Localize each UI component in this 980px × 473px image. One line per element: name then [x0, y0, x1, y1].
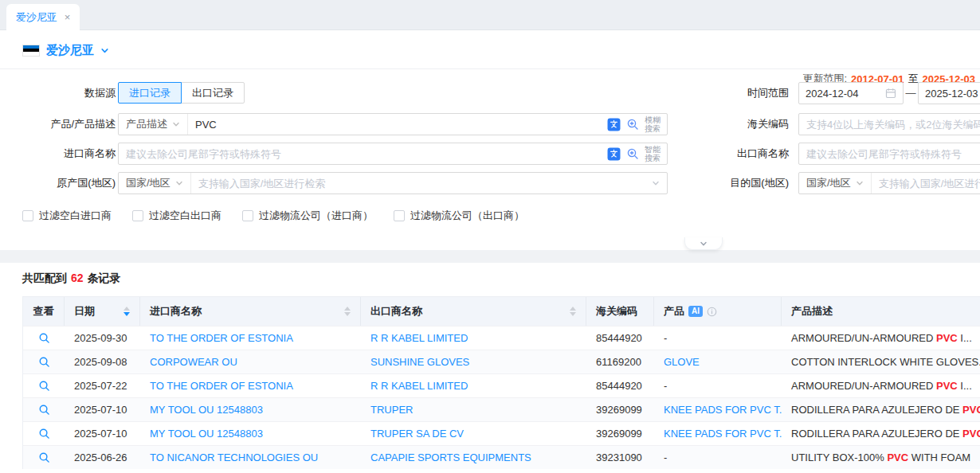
exporter-input-wrap — [798, 143, 980, 165]
fuzzy-search-label[interactable]: 模糊搜索 — [645, 115, 661, 133]
product-type-select[interactable]: 产品描述 — [119, 114, 188, 135]
hs-code-input[interactable] — [799, 119, 980, 131]
cell-description: RODILLERA PARA AZULEJERO DE PVC — [782, 428, 980, 440]
exporter-link[interactable]: TRUPER SA DE CV — [370, 428, 464, 440]
checkbox-icon[interactable] — [242, 210, 253, 221]
sort-icon-exporter[interactable] — [570, 307, 576, 316]
estonia-flag-icon — [22, 45, 40, 57]
checkbox-filter-logistics-exporter[interactable]: 过滤物流公司（出口商） — [394, 209, 524, 223]
smart-search-icon[interactable] — [626, 147, 639, 160]
translate-icon[interactable] — [607, 118, 621, 131]
view-record-icon[interactable] — [38, 332, 50, 344]
exporter-link[interactable]: R R KABEL LIMITED — [370, 332, 468, 344]
date-from-input[interactable]: 2024-12-04 — [798, 82, 904, 104]
exporter-input[interactable] — [799, 148, 980, 160]
checkbox-filter-logistics-importer[interactable]: 过滤物流公司（进口商） — [242, 209, 373, 223]
cell-description: COTTON INTERLOCK WHITE GLOVES... — [782, 356, 980, 368]
result-count-number: 62 — [71, 272, 84, 284]
translate-icon[interactable] — [607, 147, 621, 161]
importer-link[interactable]: TO THE ORDER OF ESTONIA — [150, 332, 293, 344]
date-to-input[interactable]: 2025-12-03 — [918, 82, 980, 104]
importer-input-adornments: 智能搜索 — [604, 145, 667, 162]
importer-link[interactable]: MY TOOL OU 12548803 — [150, 404, 263, 416]
destination-label: 目的国(地区) — [701, 171, 789, 195]
country-header[interactable]: 爱沙尼亚 — [22, 41, 109, 60]
app-window: 爱沙尼亚 × 爱沙尼亚 更新范围: 2012-07-01 至 2025-12-0… — [0, 0, 980, 473]
col-exporter[interactable]: 出口商名称 — [361, 297, 586, 326]
table-row[interactable]: 2025-07-22 TO THE ORDER OF ESTONIA R R K… — [23, 373, 980, 397]
cell-product: - — [664, 332, 667, 344]
exporter-link[interactable]: CAPAPIE SPORTS EQUIPMENTS — [370, 452, 531, 463]
chevron-down-icon — [652, 179, 667, 187]
cell-hs-code: 85444920 — [586, 332, 654, 344]
import-records-button[interactable]: 进口记录 — [118, 82, 182, 104]
cell-hs-code: 85444920 — [586, 380, 654, 392]
table-row[interactable]: 2025-07-10 MY TOOL OU 12548803 TRUPER SA… — [23, 421, 980, 445]
origin-country-control: 国家/地区 — [118, 172, 668, 194]
table-row[interactable]: 2025-09-08 CORPOWEAR OU SUNSHINE GLOVES … — [23, 350, 980, 373]
col-date[interactable]: 日期 — [65, 297, 140, 326]
product-link[interactable]: GLOVE — [664, 356, 700, 368]
checkbox-filter-blank-exporter[interactable]: 过滤空白出口商 — [132, 209, 221, 223]
results-panel: 共匹配到62条记录 查看 日期 进口商名称 出口商名称 海关编码 — [0, 263, 980, 473]
view-record-icon[interactable] — [38, 404, 50, 416]
importer-link[interactable]: TO THE ORDER OF ESTONIA — [150, 380, 293, 392]
smart-search-label[interactable]: 智能搜索 — [645, 145, 661, 162]
origin-country-select-value: 国家/地区 — [126, 176, 171, 190]
chevron-down-icon — [856, 179, 864, 187]
view-record-icon[interactable] — [38, 356, 50, 368]
ai-badge: AI — [688, 306, 703, 317]
product-link[interactable]: KNEE PADS FOR PVC T... — [664, 428, 782, 440]
importer-link[interactable]: TO NICANOR TECHNOLOGIES OU — [150, 452, 318, 463]
importer-input[interactable] — [119, 148, 604, 160]
destination-country-select-value: 国家/地区 — [806, 176, 851, 190]
exporter-link[interactable]: SUNSHINE GLOVES — [370, 356, 469, 368]
product-link[interactable]: KNEE PADS FOR PVC T... — [664, 404, 782, 416]
tab-close-icon[interactable]: × — [65, 12, 71, 22]
result-count: 共匹配到62条记录 — [22, 272, 121, 286]
collapse-panel-button[interactable] — [684, 237, 723, 250]
col-description: 产品描述 — [782, 297, 980, 326]
datasource-label: 数据源 — [0, 81, 116, 105]
chevron-down-icon[interactable] — [100, 46, 109, 55]
export-records-button[interactable]: 出口记录 — [181, 82, 245, 104]
table-row[interactable]: 2025-07-10 MY TOOL OU 12548803 TRUPER 39… — [23, 397, 980, 421]
checkbox-icon[interactable] — [22, 210, 33, 221]
view-record-icon[interactable] — [38, 452, 50, 463]
col-importer[interactable]: 进口商名称 — [140, 297, 361, 326]
importer-link[interactable]: MY TOOL OU 12548803 — [150, 428, 263, 440]
table-row[interactable]: 2025-06-26 TO NICANOR TECHNOLOGIES OU CA… — [23, 445, 980, 469]
row-datasource: 数据源 进口记录 出口记录 时间范围 2024-12-04 — 2025-12-… — [0, 81, 980, 105]
table-row[interactable]: 2025-09-30 TO THE ORDER OF ESTONIA R R K… — [23, 326, 980, 350]
origin-country-input[interactable] — [191, 178, 652, 190]
cell-description: UTILITY BOX-100% PVC WITH FOAM — [782, 452, 980, 463]
checkbox-icon[interactable] — [132, 210, 143, 221]
view-record-icon[interactable] — [38, 380, 50, 392]
date-range-separator: — — [905, 82, 916, 104]
destination-country-control: 国家/地区 — [798, 172, 980, 194]
date-from-value: 2024-12-04 — [806, 88, 859, 100]
tab-estonia[interactable]: 爱沙尼亚 × — [6, 4, 80, 30]
checkbox-icon[interactable] — [394, 210, 405, 221]
sort-icon-importer[interactable] — [344, 307, 351, 316]
col-product: 产品 AI — [654, 297, 782, 326]
exporter-link[interactable]: R R KABEL LIMITED — [370, 380, 468, 392]
info-icon[interactable] — [707, 307, 717, 317]
view-record-icon[interactable] — [38, 428, 50, 440]
cell-hs-code: 61169200 — [586, 356, 654, 368]
importer-link[interactable]: CORPOWEAR OU — [150, 356, 237, 368]
product-input[interactable] — [188, 119, 604, 131]
cell-date: 2025-07-22 — [65, 380, 140, 392]
country-name[interactable]: 爱沙尼亚 — [46, 43, 94, 58]
row-origin: 原产国(地区) 国家/地区 目的国(地区) 国家/地区 — [0, 171, 980, 195]
result-count-prefix: 共匹配到 — [22, 272, 67, 284]
checkbox-filter-blank-importer[interactable]: 过滤空白进口商 — [22, 209, 112, 223]
fuzzy-search-icon[interactable] — [626, 118, 639, 131]
cell-date: 2025-06-26 — [65, 452, 140, 463]
destination-country-input[interactable] — [872, 178, 980, 190]
sort-icon-date[interactable] — [123, 307, 130, 316]
exporter-link[interactable]: TRUPER — [370, 404, 413, 416]
destination-country-select[interactable]: 国家/地区 — [799, 173, 872, 194]
origin-country-select[interactable]: 国家/地区 — [119, 173, 191, 194]
importer-search-control: 智能搜索 — [118, 143, 668, 165]
